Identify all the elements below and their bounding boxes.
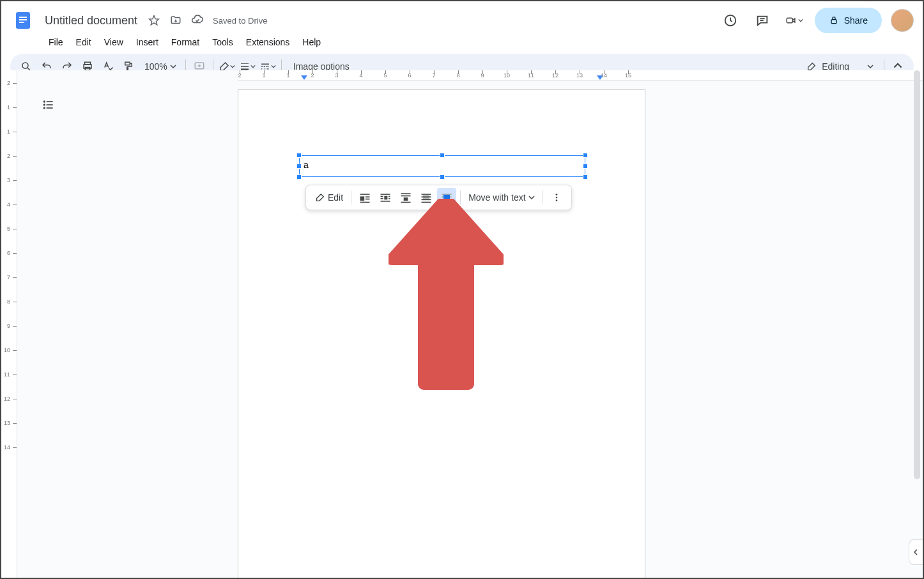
svg-rect-47 <box>422 194 431 195</box>
svg-point-28 <box>44 104 45 105</box>
edit-button-label: Edit <box>328 192 343 203</box>
header-bar: Untitled document Saved to Drive Share <box>1 1 923 35</box>
svg-rect-1 <box>19 17 27 18</box>
float-toolbar-separator <box>351 190 351 205</box>
resize-handle-top-right[interactable] <box>583 153 588 158</box>
vertical-scrollbar[interactable] <box>912 70 921 576</box>
edit-drawing-button[interactable]: Edit <box>311 188 347 207</box>
menu-file[interactable]: File <box>43 35 68 50</box>
inline-wrap-icon[interactable] <box>355 188 374 207</box>
cloud-saved-icon[interactable] <box>189 12 206 29</box>
svg-rect-34 <box>360 202 370 203</box>
svg-rect-38 <box>389 196 390 197</box>
annotation-arrow-icon <box>389 199 504 390</box>
resize-handle-bottom-left[interactable] <box>296 174 302 180</box>
comments-icon[interactable] <box>751 9 774 32</box>
share-button-label: Share <box>844 15 868 26</box>
svg-rect-32 <box>366 196 370 197</box>
horizontal-ruler[interactable]: 21123456789101112131415 <box>238 70 923 81</box>
user-avatar[interactable] <box>891 9 914 32</box>
menu-format[interactable]: Format <box>166 35 204 50</box>
svg-rect-42 <box>401 193 411 194</box>
svg-rect-14 <box>125 62 130 65</box>
svg-point-56 <box>555 194 557 196</box>
svg-rect-30 <box>360 194 370 195</box>
svg-rect-36 <box>381 196 383 197</box>
svg-point-57 <box>555 197 557 199</box>
menu-edit[interactable]: Edit <box>71 35 96 50</box>
svg-rect-39 <box>381 198 383 199</box>
menubar: File Edit View Insert Format Tools Exten… <box>1 35 923 54</box>
document-page[interactable]: a Edit <box>238 89 645 578</box>
resize-handle-middle-right[interactable] <box>583 164 588 169</box>
more-options-icon[interactable] <box>547 188 566 207</box>
svg-point-9 <box>22 63 28 68</box>
docs-app-icon[interactable] <box>10 8 36 33</box>
svg-rect-35 <box>381 194 390 195</box>
svg-rect-48 <box>422 196 431 197</box>
svg-rect-33 <box>366 199 370 200</box>
document-title[interactable]: Untitled document <box>41 13 141 29</box>
share-button[interactable]: Share <box>815 8 882 33</box>
svg-point-29 <box>44 107 45 109</box>
move-folder-icon[interactable] <box>167 12 185 29</box>
menu-insert[interactable]: Insert <box>131 35 164 50</box>
menu-tools[interactable]: Tools <box>207 35 238 50</box>
scrollbar-thumb[interactable] <box>914 70 920 479</box>
svg-rect-7 <box>787 18 792 22</box>
side-panel-toggle-icon[interactable] <box>909 539 923 565</box>
drawing-text-content: a <box>304 160 309 170</box>
svg-rect-37 <box>384 196 387 200</box>
menu-extensions[interactable]: Extensions <box>241 35 295 50</box>
svg-rect-43 <box>401 196 411 197</box>
svg-point-58 <box>555 199 557 201</box>
resize-handle-bottom-right[interactable] <box>583 174 588 180</box>
workspace: 211234567891011121314 211234567891011121… <box>1 70 923 578</box>
resize-handle-middle-left[interactable] <box>296 164 302 169</box>
main-editing-area: 21123456789101112131415 a Edit <box>17 70 923 578</box>
svg-rect-2 <box>19 19 27 20</box>
svg-rect-31 <box>360 196 365 201</box>
document-outline-icon[interactable] <box>40 96 58 114</box>
svg-point-27 <box>44 101 45 102</box>
star-icon[interactable] <box>145 12 163 29</box>
history-icon[interactable] <box>719 9 742 32</box>
selected-drawing-object[interactable]: a <box>299 155 585 177</box>
resize-handle-top-left[interactable] <box>296 153 302 158</box>
video-call-button[interactable] <box>783 9 806 32</box>
vertical-ruler[interactable]: 211234567891011121314 <box>1 70 17 578</box>
save-status-text: Saved to Drive <box>213 16 267 26</box>
svg-rect-8 <box>831 20 836 24</box>
svg-rect-3 <box>19 22 24 23</box>
title-area: Untitled document Saved to Drive <box>41 12 267 29</box>
resize-handle-top-middle[interactable] <box>440 153 445 158</box>
header-right: Share <box>719 8 914 33</box>
menu-help[interactable]: Help <box>297 35 326 50</box>
float-toolbar-separator <box>543 190 543 205</box>
menu-view[interactable]: View <box>99 35 128 50</box>
resize-handle-bottom-middle[interactable] <box>440 174 445 180</box>
svg-rect-51 <box>442 194 452 195</box>
left-indent-marker[interactable] <box>301 75 307 80</box>
